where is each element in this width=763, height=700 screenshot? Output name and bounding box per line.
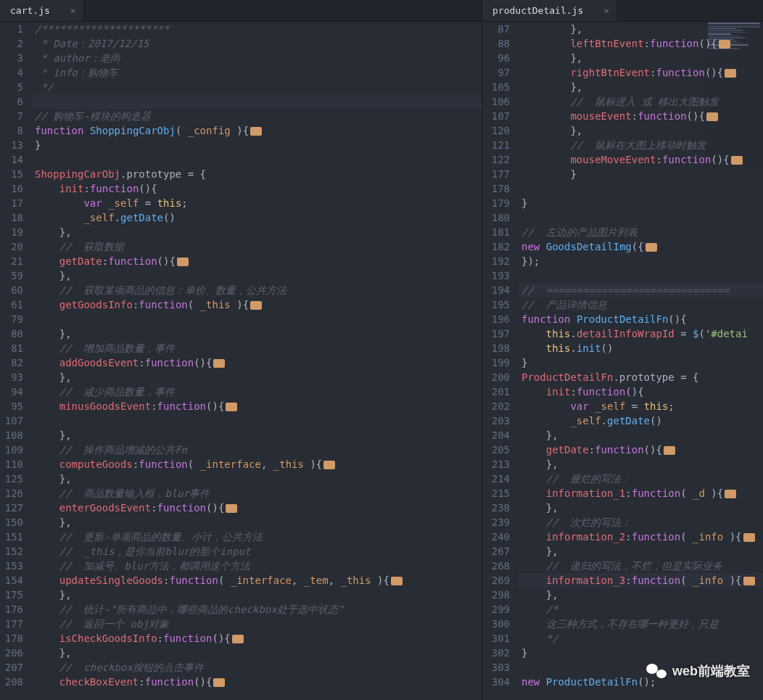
code-line[interactable]: // 购物车-模块的构造器 (32, 109, 482, 123)
code-line[interactable]: init:function(){ (519, 384, 763, 399)
code-line[interactable]: _self.getDate() (32, 210, 482, 225)
code-line[interactable]: computeGoods:function( _interface, _this… (32, 457, 482, 472)
code-line[interactable]: leftBtnEvent:function(){ (519, 36, 763, 51)
code-line[interactable]: this.detailInfoWrapId = $('#detai (519, 326, 763, 341)
code-line[interactable]: }, (519, 588, 763, 602)
code-line[interactable]: // 递归的写法，不烂，但是实际业务 (519, 559, 763, 573)
code-line[interactable]: updateSingleGoods:function( _interface, … (32, 573, 482, 588)
code-line[interactable]: }, (32, 370, 482, 384)
code-line[interactable] (519, 181, 763, 196)
code-line[interactable]: addGoodsEvent:function(){ (32, 355, 482, 370)
code-line[interactable]: isCheckGoodsInfo:function(){ (32, 631, 482, 646)
code-line[interactable]: mouseMoveEvent:function(){ (519, 152, 763, 167)
code-line[interactable]: }, (32, 268, 482, 283)
right-code-area[interactable]: 8788969710510610712012112217717817918018… (482, 22, 763, 700)
code-line[interactable]: * Date：2017/12/15 (32, 36, 482, 51)
code-line[interactable]: init:function(){ (32, 181, 482, 196)
code-line[interactable]: /********************* (32, 22, 482, 36)
code-line[interactable]: }, (519, 428, 763, 442)
code-line[interactable]: // 商品数量输入框，blur事件 (32, 486, 482, 501)
code-line[interactable]: } (32, 138, 482, 152)
code-line[interactable]: information_3:function( _info ){ (519, 573, 763, 588)
code-line[interactable]: */ (32, 80, 482, 94)
code-line[interactable]: }, (519, 544, 763, 559)
code-line[interactable]: }); (519, 254, 763, 268)
code-line[interactable]: // 获取某项商品的信息：单价、数量，公共方法 (32, 283, 482, 297)
code-line[interactable]: // 返回一个 obj对象 (32, 617, 482, 631)
code-line[interactable]: // 减少商品数量，事件 (32, 384, 482, 399)
code-line[interactable]: getGoodsInfo:function( _this ){ (32, 297, 482, 312)
code-line[interactable]: this.init() (519, 341, 763, 355)
tab-product-detail-js[interactable]: productDetail.js × (482, 0, 617, 21)
code-line[interactable]: }, (32, 472, 482, 486)
code-line[interactable]: }, (32, 225, 482, 239)
code-line[interactable]: var _self = this; (32, 196, 482, 210)
code-line[interactable]: }, (519, 457, 763, 472)
code-line[interactable]: // ============================== (519, 283, 763, 297)
code-line[interactable]: ProductDetailFn.prototype = { (519, 370, 763, 384)
code-line[interactable]: } (519, 167, 763, 181)
code-line[interactable]: mouseEvent:function(){ (519, 109, 763, 123)
code-line[interactable]: }, (519, 80, 763, 94)
code-line[interactable]: getDate:function(){ (519, 442, 763, 457)
tab-label: productDetail.js (492, 5, 583, 16)
close-icon[interactable]: × (603, 5, 609, 16)
code-line[interactable]: information_1:function( _d ){ (519, 486, 763, 501)
code-line[interactable]: rightBtnEvent:function(){ (519, 65, 763, 80)
code-line[interactable] (519, 210, 763, 225)
code-line[interactable] (32, 94, 482, 109)
code-line[interactable]: } (519, 196, 763, 210)
code-line[interactable]: }, (32, 515, 482, 530)
code-line[interactable]: }, (519, 501, 763, 515)
code-line[interactable]: function ShoppingCarObj( _config ){ (32, 123, 482, 138)
code-line[interactable]: // 次烂的写法： (519, 515, 763, 530)
close-icon[interactable]: × (70, 5, 76, 16)
code-line[interactable]: function ProductDetailFn(){ (519, 312, 763, 326)
left-code[interactable]: /********************* * Date：2017/12/15… (32, 22, 482, 700)
code-line[interactable]: 这三种方式，不存在哪一种更好，只是 (519, 617, 763, 631)
code-line[interactable]: information_2:function( _info ){ (519, 530, 763, 544)
code-line[interactable]: enterGoodsEvent:function(){ (32, 501, 482, 515)
code-line[interactable]: // 鼠标进入 或 移出大图触发 (519, 94, 763, 109)
tab-cart-js[interactable]: cart.js × (0, 0, 84, 21)
code-line[interactable] (519, 268, 763, 283)
code-line[interactable]: // 产品详情信息 (519, 297, 763, 312)
code-line[interactable] (32, 312, 482, 326)
code-line[interactable]: }, (32, 326, 482, 341)
code-line[interactable]: }, (519, 123, 763, 138)
code-line[interactable]: var _self = this; (519, 399, 763, 413)
code-line[interactable]: new GoodsDetailImg({ (519, 239, 763, 254)
code-line[interactable]: // 最烂的写法： (519, 472, 763, 486)
code-line[interactable]: /* (519, 602, 763, 617)
code-line[interactable]: }, (32, 588, 482, 602)
code-line[interactable]: // 更新-单项商品的数量、小计，公共方法 (32, 530, 482, 544)
code-line[interactable]: * author：老尚 (32, 51, 482, 65)
code-line[interactable]: _self.getDate() (519, 413, 763, 428)
code-line[interactable]: // 左边的产品图片列表 (519, 225, 763, 239)
code-line[interactable] (32, 152, 482, 167)
code-line[interactable]: // 获取数据 (32, 239, 482, 254)
code-line[interactable]: checkBoxEvent:function(){ (32, 675, 482, 689)
code-line[interactable]: }, (32, 428, 482, 442)
code-line[interactable]: // _this，是你当前blur的那个input (32, 544, 482, 559)
code-line[interactable]: }, (519, 51, 763, 65)
code-line[interactable]: // 操作商品增减的公共Fn (32, 442, 482, 457)
code-line[interactable]: }, (519, 22, 763, 36)
line-number: 214 (482, 472, 510, 486)
code-line[interactable]: minusGoodsEvent:function(){ (32, 399, 482, 413)
code-line[interactable]: }, (32, 646, 482, 660)
code-line[interactable]: // 统计-"所有商品中，哪些商品的checkbox处于选中状态" (32, 602, 482, 617)
code-line[interactable]: ShoppingCarObj.prototype = { (32, 167, 482, 181)
right-code[interactable]: }, leftBtnEvent:function(){ }, rightBtnE… (519, 22, 763, 700)
code-line[interactable]: // 鼠标在大图上移动时触发 (519, 138, 763, 152)
code-line[interactable]: getDate:function(){ (32, 254, 482, 268)
code-line[interactable] (32, 413, 482, 428)
code-line[interactable]: } (519, 355, 763, 370)
code-line[interactable]: */ (519, 631, 763, 646)
code-line[interactable]: // checkbox按钮的点击事件 (32, 660, 482, 675)
code-line[interactable]: // 加减号、blur方法，都调用这个方法 (32, 559, 482, 573)
code-line[interactable]: } (519, 646, 763, 660)
left-code-area[interactable]: 1234567813141516171819202159606179808182… (0, 22, 482, 700)
code-line[interactable]: // 增加商品数量，事件 (32, 341, 482, 355)
code-line[interactable]: * info：购物车 (32, 65, 482, 80)
